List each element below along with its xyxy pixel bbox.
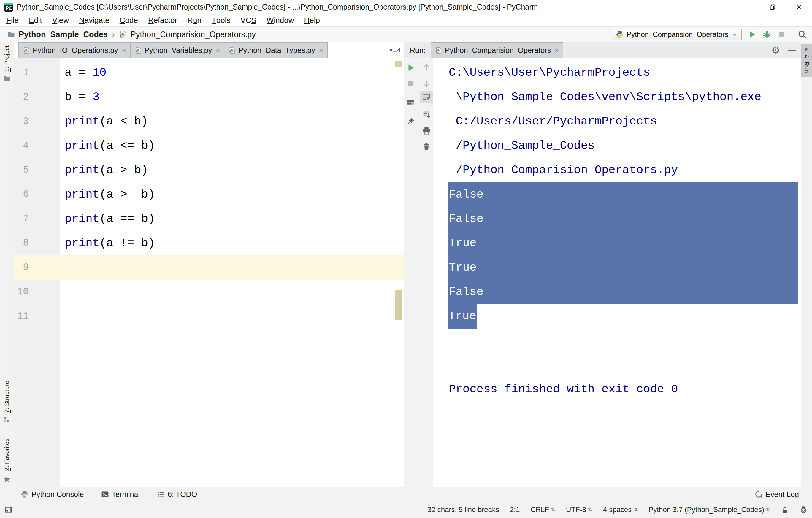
restore-layout-button[interactable] [405,97,416,108]
menu-view[interactable]: View [47,14,74,26]
line-number: 3 [14,109,29,134]
editor-scrollbar-thumb[interactable] [395,290,402,320]
interpreter-select[interactable]: Python 3.7 (Python_Sample_Codes)⇅ [648,506,771,514]
tab-bar-spacer [563,43,771,58]
code-token: print [65,115,99,128]
updown-icon: ⇅ [766,507,771,513]
code-token: (a > b) [99,164,148,177]
tab-label: Python_Variables.py [145,46,212,55]
breadcrumb-file[interactable]: Python_Comparision_Operators.py [130,30,256,39]
tab-python-io-operations[interactable]: Python_IO_Operations.py × [19,43,130,58]
scroll-to-end-button[interactable] [421,109,432,120]
tab-label: Python_Comparision_Operators [445,46,551,55]
left-tool-stripe: 1: Project 7: Structure 2: Favorites ★ [0,43,14,487]
indent-select[interactable]: 4 spaces⇅ [603,506,638,514]
tab-python-variables[interactable]: Python_Variables.py × [130,43,224,58]
tool-window-favorites-button[interactable]: 2: Favorites ★ [0,438,13,485]
readonly-lock-toggle[interactable] [781,506,789,514]
run-panel-controls: ⚙ — [771,43,801,58]
inspection-profile-button[interactable] [800,506,807,514]
python-file-icon [135,47,142,54]
line-number: 6 [14,182,29,207]
run-panel-tab-bar: Run: Python_Comparision_Operators × ⚙ — [404,43,801,58]
clear-all-button[interactable] [421,141,432,152]
tool-window-structure-button[interactable]: 7: Structure [0,381,13,423]
code-token: 3 [93,90,99,104]
down-stack-trace-button[interactable] [421,78,432,89]
console-line: /Python_Comparision_Operators.py [433,158,801,182]
stop-button[interactable] [777,30,786,38]
search-everywhere-button[interactable] [798,30,807,39]
breadcrumb-project[interactable]: Python_Sample_Codes [19,30,108,39]
tab-close-icon[interactable]: × [216,46,220,55]
line-number: 8 [14,231,29,255]
tool-window-todo-button[interactable]: 6: TODO [157,490,197,499]
current-line-highlight [14,255,404,280]
tool-window-terminal-button[interactable]: Terminal [101,490,140,499]
menu-help[interactable]: Help [299,14,325,26]
hide-panel-icon[interactable]: — [788,46,796,55]
stop-process-button[interactable] [405,78,416,89]
console-line-selected: False [447,207,798,231]
soft-wrap-button[interactable] [420,91,433,103]
tab-close-icon[interactable]: × [319,46,323,55]
console-line: \Python_Sample_Codes\venv\Scripts\python… [433,85,801,109]
tab-close-icon[interactable]: × [122,46,126,55]
event-log-button[interactable]: Event Log [747,487,799,501]
code-text[interactable]: a = 10 b = 3 print(a < b) print(a <= b) … [65,61,390,255]
menu-code[interactable]: Code [115,14,143,26]
menu-window[interactable]: Window [261,14,299,26]
caret-position[interactable]: 2:1 [510,506,520,514]
tab-run-python-comparision-operators[interactable]: Python_Comparision_Operators × [431,43,563,58]
code-token: print [65,212,99,225]
line-separator-select[interactable]: CRLF⇅ [530,506,555,514]
console-line-selected: True [447,231,798,255]
menu-navigate[interactable]: Navigate [74,14,115,26]
python-console-label: Python Console [31,490,84,499]
debug-button[interactable] [762,30,771,39]
run-console-output[interactable]: C:\Users\User\PycharmProjects \Python_Sa… [433,58,801,487]
tab-python-data-types[interactable]: Python_Data_Types.py × [224,43,328,58]
console-line-selected: True [447,255,798,280]
hidden-tabs-count: 4 [397,46,401,54]
menu-edit[interactable]: Edit [24,14,47,26]
console-line: C:\Users\User\PycharmProjects [433,61,801,85]
menu-vcs[interactable]: VCS [235,14,261,26]
code-token: print [65,139,99,153]
menu-file[interactable]: File [1,14,24,26]
tool-window-toggle-icon[interactable] [5,506,12,514]
minimize-button[interactable] [733,0,759,14]
print-button[interactable] [421,125,432,136]
folder-icon [7,31,15,38]
line-number: 9 [14,255,29,280]
todo-label: 6: TODO [168,490,197,499]
menu-tools[interactable]: Tools [207,14,236,26]
updown-icon: ⇅ [588,507,592,513]
hidden-tabs-list-button[interactable]: ▾ ≡ 4 [386,43,404,58]
encoding-select[interactable]: UTF-8⇅ [566,506,592,514]
line-number: 4 [14,134,29,158]
restore-button[interactable] [759,0,786,14]
run-button[interactable] [748,30,756,39]
python-file-icon [435,47,442,54]
event-log-balloon-icon [755,490,762,498]
close-button[interactable] [786,0,812,14]
menu-bar: File Edit View Navigate Code Refactor Ru… [0,14,812,27]
code-line: print(a != b) [65,231,390,255]
tool-window-project-button[interactable]: 1: Project [0,46,13,83]
pin-tab-button[interactable] [405,116,416,127]
run-configuration-select[interactable]: Python_Comparision_Operators [612,28,742,40]
rerun-button[interactable] [405,62,416,73]
tab-close-icon[interactable]: × [555,46,559,55]
toolbar-divider [791,30,792,39]
gear-icon[interactable]: ⚙ [771,45,780,56]
tool-window-run-button[interactable]: 4: Run [801,44,812,77]
up-stack-trace-button[interactable] [421,62,432,73]
code-editor[interactable]: 1 2 3 4 5 6 7 8 9 10 11 a = 10 b = 3 pri… [14,58,404,487]
title-bar: Python_Sample_Codes [C:\Users\User\Pycha… [0,0,812,14]
menu-refactor[interactable]: Refactor [143,14,182,26]
console-line: /Python_Sample_Codes [433,134,801,158]
menu-run[interactable]: Run [182,14,207,26]
tool-window-python-console-button[interactable]: Python Console [21,490,84,499]
terminal-icon [101,490,109,498]
